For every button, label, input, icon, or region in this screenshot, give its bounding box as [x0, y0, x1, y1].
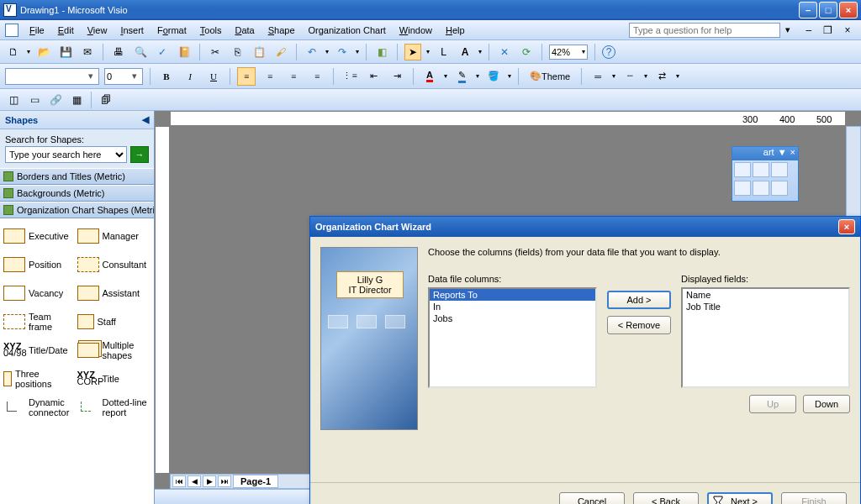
redo-icon[interactable]: ↷	[334, 44, 351, 60]
orgchart-floating-toolbar[interactable]: art ▼ ×	[732, 146, 799, 202]
tab-next-button[interactable]: ▶	[203, 475, 216, 487]
mdi-close-icon[interactable]: ×	[839, 22, 856, 39]
menu-data[interactable]: Data	[229, 24, 260, 37]
shape-dynamic-connector[interactable]: Dynamic connector	[3, 393, 77, 422]
close-button[interactable]: ×	[839, 2, 858, 18]
new-icon[interactable]: 🗋	[5, 44, 22, 60]
line-color-button[interactable]: ✎	[452, 67, 471, 86]
shape-team-frame[interactable]: Team frame	[3, 307, 77, 336]
save-icon[interactable]: 💾	[57, 44, 74, 60]
shape-consultant[interactable]: Consultant	[77, 250, 151, 279]
rotate-icon[interactable]: ⟳	[518, 44, 535, 60]
shapes-pane-collapse-icon[interactable]: ◀	[142, 114, 149, 125]
cut-icon[interactable]: ✂	[207, 44, 224, 60]
connection-point-icon[interactable]: ✕	[496, 44, 513, 60]
line-ends-button[interactable]: ⇄	[652, 67, 671, 86]
remove-button[interactable]: < Remove	[607, 316, 671, 334]
format-painter-icon[interactable]: 🖌	[272, 44, 289, 60]
back-button[interactable]: < Back	[633, 492, 699, 505]
pointer-tool-icon[interactable]: ➤	[404, 44, 421, 60]
data-columns-listbox[interactable]: Reports To In Jobs	[428, 287, 597, 388]
mdi-minimize-icon[interactable]: –	[800, 22, 817, 39]
tab-first-button[interactable]: ⏮	[172, 475, 186, 487]
italic-button[interactable]: I	[181, 67, 199, 86]
shape-title-date[interactable]: XYZ04/98Title/Date	[3, 336, 77, 365]
dialog-close-button[interactable]: ×	[838, 219, 855, 234]
menu-tools[interactable]: Tools	[194, 24, 228, 37]
shape-three-positions[interactable]: Three positions	[3, 365, 77, 393]
align-right-button[interactable]: ≡	[284, 67, 303, 86]
tab-prev-button[interactable]: ◀	[188, 475, 201, 487]
increase-indent-button[interactable]: ⇥	[388, 67, 406, 86]
orgchart-layout-button[interactable]	[753, 162, 769, 177]
undo-icon[interactable]: ↶	[304, 44, 320, 60]
down-button[interactable]: Down	[803, 395, 850, 413]
help-dropdown-icon[interactable]: ▾	[785, 24, 790, 35]
list-item[interactable]: In	[430, 301, 595, 312]
cancel-button[interactable]: Cancel	[559, 492, 625, 505]
shape-title[interactable]: XYZCORPTitle	[77, 365, 151, 393]
drawing-canvas[interactable]: 300 400 500 ⏮ ◀ ▶ ⏭ Page-1 ◀ ▶	[155, 111, 861, 504]
shape-manager[interactable]: Manager	[77, 222, 151, 250]
shape-staff[interactable]: Staff	[77, 307, 151, 336]
font-size-combo[interactable]: ▾	[104, 68, 143, 85]
menu-file[interactable]: File	[24, 24, 50, 37]
research-icon[interactable]: 📔	[176, 44, 193, 60]
font-name-dropdown-icon[interactable]: ▾	[85, 71, 97, 81]
float-toolbar-dropdown-icon[interactable]: ▼	[778, 147, 787, 160]
zoom-input[interactable]	[552, 47, 582, 57]
menu-shape[interactable]: Shape	[262, 24, 301, 37]
list-item[interactable]: Job Title	[683, 301, 848, 312]
zoom-combo[interactable]: ▾	[549, 45, 588, 60]
mail-icon[interactable]: ✉	[79, 44, 96, 60]
orgchart-relayout-button[interactable]	[734, 162, 751, 177]
insert-object-icon[interactable]: ◫	[5, 92, 22, 108]
bold-button[interactable]: B	[157, 67, 176, 86]
help-icon[interactable]: ?	[602, 45, 615, 59]
shapes-search-go-button[interactable]: →	[130, 146, 149, 163]
list-item[interactable]: Jobs	[430, 312, 595, 324]
page-tab[interactable]: Page-1	[233, 475, 278, 488]
shapes-window-icon[interactable]: ◧	[373, 44, 390, 60]
line-pattern-button[interactable]: ┄	[621, 67, 639, 86]
float-toolbar-close-icon[interactable]: ×	[790, 147, 795, 160]
list-item[interactable]: Reports To	[430, 289, 595, 301]
font-name-combo[interactable]: ▾	[5, 68, 99, 85]
orgchart-moveleft-button[interactable]	[734, 181, 751, 196]
shape-assistant[interactable]: Assistant	[77, 279, 151, 307]
align-left-button[interactable]: ≡	[237, 67, 256, 86]
copy-icon[interactable]: ⎘	[229, 44, 246, 60]
zoom-dropdown-icon[interactable]: ▾	[582, 48, 585, 55]
menu-orgchart[interactable]: Organization Chart	[303, 24, 392, 37]
decrease-indent-button[interactable]: ⇤	[364, 67, 383, 86]
font-size-dropdown-icon[interactable]: ▾	[129, 71, 140, 81]
menu-edit[interactable]: Edit	[52, 24, 80, 37]
font-color-button[interactable]: A	[420, 67, 439, 86]
font-size-input[interactable]	[105, 71, 129, 81]
displayed-fields-listbox[interactable]: Name Job Title	[681, 287, 850, 388]
menu-format[interactable]: Format	[151, 24, 193, 37]
print-icon[interactable]: 🖶	[110, 44, 127, 60]
spellcheck-icon[interactable]: ✓	[154, 44, 171, 60]
menu-window[interactable]: Window	[394, 24, 438, 37]
shape-executive[interactable]: Executive	[3, 222, 77, 250]
next-button[interactable]: Next >	[707, 492, 773, 505]
underline-button[interactable]: U	[204, 67, 223, 86]
help-search-input[interactable]	[629, 23, 780, 38]
orgchart-picture-button[interactable]	[771, 181, 788, 196]
shape-position[interactable]: Position	[3, 250, 77, 279]
menu-insert[interactable]: Insert	[114, 24, 150, 37]
menu-view[interactable]: View	[82, 24, 114, 37]
bullets-button[interactable]: ⋮≡	[341, 67, 359, 86]
shapes-search-input[interactable]: Type your search here	[5, 146, 127, 163]
font-name-input[interactable]	[6, 71, 85, 81]
paste-icon[interactable]: 📋	[251, 44, 267, 60]
text-tool-icon[interactable]: A	[457, 44, 473, 60]
data-link-icon[interactable]: 🗐	[98, 92, 114, 108]
menu-help[interactable]: Help	[440, 24, 471, 37]
shape-dotted-report[interactable]: Dotted-line report	[77, 393, 151, 422]
theme-button[interactable]: 🎨 Theme	[526, 67, 574, 86]
print-preview-icon[interactable]: 🔍	[132, 44, 149, 60]
insert-field-icon[interactable]: ▭	[26, 92, 43, 108]
line-weight-button[interactable]: ═	[589, 67, 607, 86]
